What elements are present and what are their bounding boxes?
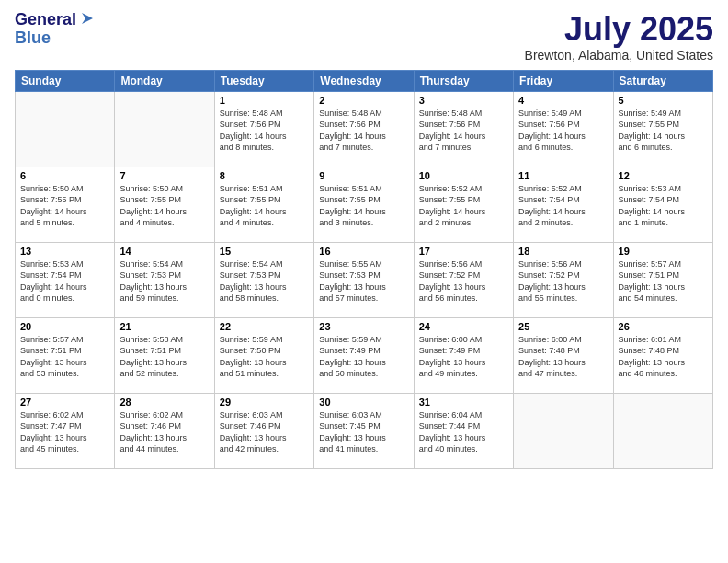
day-number: 7 <box>119 170 209 181</box>
day-number: 13 <box>20 246 109 257</box>
calendar: SundayMondayTuesdayWednesdayThursdayFrid… <box>15 70 713 469</box>
svg-marker-0 <box>82 13 93 24</box>
calendar-week-row: 27Sunrise: 6:02 AM Sunset: 7:47 PM Dayli… <box>16 393 713 468</box>
logo-text: General <box>15 11 76 29</box>
day-number: 3 <box>419 95 508 106</box>
logo: General Blue <box>15 11 97 48</box>
day-info: Sunrise: 5:57 AM Sunset: 7:51 PM Dayligh… <box>619 259 708 304</box>
day-info: Sunrise: 5:50 AM Sunset: 7:55 PM Dayligh… <box>20 183 109 229</box>
calendar-cell: 23Sunrise: 5:59 AM Sunset: 7:49 PM Dayli… <box>314 317 414 393</box>
day-number: 19 <box>619 246 708 257</box>
calendar-cell <box>16 91 115 167</box>
day-number: 15 <box>220 246 309 257</box>
day-info: Sunrise: 5:55 AM Sunset: 7:53 PM Dayligh… <box>319 259 408 304</box>
weekday-header: Wednesday <box>314 70 414 91</box>
weekday-header: Thursday <box>414 70 513 91</box>
day-info: Sunrise: 5:50 AM Sunset: 7:55 PM Dayligh… <box>119 183 209 229</box>
day-info: Sunrise: 5:58 AM Sunset: 7:51 PM Dayligh… <box>119 334 209 380</box>
calendar-cell: 17Sunrise: 5:56 AM Sunset: 7:52 PM Dayli… <box>414 242 513 317</box>
day-number: 12 <box>619 170 708 181</box>
day-info: Sunrise: 5:54 AM Sunset: 7:53 PM Dayligh… <box>119 259 209 304</box>
weekday-header: Tuesday <box>214 70 313 91</box>
calendar-cell: 28Sunrise: 6:02 AM Sunset: 7:46 PM Dayli… <box>115 393 214 468</box>
day-info: Sunrise: 6:03 AM Sunset: 7:46 PM Dayligh… <box>220 409 309 455</box>
calendar-cell: 13Sunrise: 5:53 AM Sunset: 7:54 PM Dayli… <box>16 242 115 317</box>
calendar-cell <box>613 393 712 468</box>
day-number: 2 <box>319 95 408 106</box>
day-number: 29 <box>220 396 309 408</box>
day-info: Sunrise: 5:48 AM Sunset: 7:56 PM Dayligh… <box>419 108 508 154</box>
day-number: 5 <box>619 95 708 106</box>
calendar-cell: 3Sunrise: 5:48 AM Sunset: 7:56 PM Daylig… <box>414 91 513 167</box>
day-info: Sunrise: 6:00 AM Sunset: 7:48 PM Dayligh… <box>518 334 608 380</box>
day-number: 6 <box>20 170 109 181</box>
day-info: Sunrise: 5:48 AM Sunset: 7:56 PM Dayligh… <box>220 108 309 154</box>
calendar-cell <box>514 393 613 468</box>
calendar-cell: 31Sunrise: 6:04 AM Sunset: 7:44 PM Dayli… <box>414 393 513 468</box>
day-number: 23 <box>319 321 408 332</box>
calendar-cell: 15Sunrise: 5:54 AM Sunset: 7:53 PM Dayli… <box>214 242 313 317</box>
calendar-cell: 1Sunrise: 5:48 AM Sunset: 7:56 PM Daylig… <box>214 91 313 167</box>
day-info: Sunrise: 6:04 AM Sunset: 7:44 PM Dayligh… <box>419 409 508 455</box>
day-number: 11 <box>518 170 608 181</box>
day-info: Sunrise: 5:54 AM Sunset: 7:53 PM Dayligh… <box>220 259 309 304</box>
day-number: 30 <box>319 396 408 408</box>
calendar-cell: 5Sunrise: 5:49 AM Sunset: 7:55 PM Daylig… <box>613 91 712 167</box>
calendar-cell: 20Sunrise: 5:57 AM Sunset: 7:51 PM Dayli… <box>16 317 115 393</box>
day-info: Sunrise: 6:01 AM Sunset: 7:48 PM Dayligh… <box>619 334 708 380</box>
day-info: Sunrise: 5:52 AM Sunset: 7:54 PM Dayligh… <box>518 183 608 229</box>
day-info: Sunrise: 5:49 AM Sunset: 7:56 PM Dayligh… <box>518 108 608 154</box>
calendar-cell: 6Sunrise: 5:50 AM Sunset: 7:55 PM Daylig… <box>16 167 115 242</box>
day-info: Sunrise: 5:49 AM Sunset: 7:55 PM Dayligh… <box>619 108 708 154</box>
day-number: 22 <box>220 321 309 332</box>
calendar-week-row: 1Sunrise: 5:48 AM Sunset: 7:56 PM Daylig… <box>16 91 713 167</box>
calendar-cell: 18Sunrise: 5:56 AM Sunset: 7:52 PM Dayli… <box>514 242 613 317</box>
day-info: Sunrise: 6:02 AM Sunset: 7:46 PM Dayligh… <box>119 409 209 455</box>
calendar-cell: 16Sunrise: 5:55 AM Sunset: 7:53 PM Dayli… <box>314 242 414 317</box>
day-number: 9 <box>319 170 408 181</box>
day-info: Sunrise: 6:02 AM Sunset: 7:47 PM Dayligh… <box>20 409 109 455</box>
day-number: 26 <box>619 321 708 332</box>
day-number: 28 <box>119 396 209 408</box>
day-info: Sunrise: 5:56 AM Sunset: 7:52 PM Dayligh… <box>518 259 608 304</box>
day-info: Sunrise: 5:51 AM Sunset: 7:55 PM Dayligh… <box>220 183 309 229</box>
day-number: 18 <box>518 246 608 257</box>
calendar-cell: 2Sunrise: 5:48 AM Sunset: 7:56 PM Daylig… <box>314 91 414 167</box>
day-info: Sunrise: 5:59 AM Sunset: 7:50 PM Dayligh… <box>220 334 309 380</box>
day-info: Sunrise: 5:52 AM Sunset: 7:55 PM Dayligh… <box>419 183 508 229</box>
day-number: 25 <box>518 321 608 332</box>
day-number: 27 <box>20 396 109 408</box>
day-info: Sunrise: 5:56 AM Sunset: 7:52 PM Dayligh… <box>419 259 508 304</box>
day-info: Sunrise: 5:48 AM Sunset: 7:56 PM Dayligh… <box>319 108 408 154</box>
day-number: 17 <box>419 246 508 257</box>
calendar-cell: 27Sunrise: 6:02 AM Sunset: 7:47 PM Dayli… <box>16 393 115 468</box>
weekday-header: Friday <box>514 70 613 91</box>
day-number: 4 <box>518 95 608 106</box>
calendar-cell: 4Sunrise: 5:49 AM Sunset: 7:56 PM Daylig… <box>514 91 613 167</box>
day-info: Sunrise: 5:53 AM Sunset: 7:54 PM Dayligh… <box>619 183 708 229</box>
calendar-cell: 21Sunrise: 5:58 AM Sunset: 7:51 PM Dayli… <box>115 317 214 393</box>
day-number: 16 <box>319 246 408 257</box>
day-number: 24 <box>419 321 508 332</box>
calendar-cell: 10Sunrise: 5:52 AM Sunset: 7:55 PM Dayli… <box>414 167 513 242</box>
day-info: Sunrise: 6:03 AM Sunset: 7:45 PM Dayligh… <box>319 409 408 455</box>
day-number: 21 <box>119 321 209 332</box>
calendar-cell: 22Sunrise: 5:59 AM Sunset: 7:50 PM Dayli… <box>214 317 313 393</box>
calendar-header-row: SundayMondayTuesdayWednesdayThursdayFrid… <box>16 70 713 91</box>
weekday-header: Monday <box>115 70 214 91</box>
day-number: 20 <box>20 321 109 332</box>
day-number: 10 <box>419 170 508 181</box>
day-info: Sunrise: 5:57 AM Sunset: 7:51 PM Dayligh… <box>20 334 109 380</box>
day-info: Sunrise: 5:51 AM Sunset: 7:55 PM Dayligh… <box>319 183 408 229</box>
calendar-cell: 7Sunrise: 5:50 AM Sunset: 7:55 PM Daylig… <box>115 167 214 242</box>
weekday-header: Sunday <box>16 70 115 91</box>
calendar-cell: 24Sunrise: 6:00 AM Sunset: 7:49 PM Dayli… <box>414 317 513 393</box>
calendar-week-row: 6Sunrise: 5:50 AM Sunset: 7:55 PM Daylig… <box>16 167 713 242</box>
calendar-cell: 11Sunrise: 5:52 AM Sunset: 7:54 PM Dayli… <box>514 167 613 242</box>
header: General Blue July 2025 Brewton, Alabama,… <box>15 11 713 63</box>
day-number: 1 <box>220 95 309 106</box>
calendar-cell: 29Sunrise: 6:03 AM Sunset: 7:46 PM Dayli… <box>214 393 313 468</box>
calendar-cell: 26Sunrise: 6:01 AM Sunset: 7:48 PM Dayli… <box>613 317 712 393</box>
calendar-cell: 25Sunrise: 6:00 AM Sunset: 7:48 PM Dayli… <box>514 317 613 393</box>
location: Brewton, Alabama, United States <box>525 48 713 63</box>
